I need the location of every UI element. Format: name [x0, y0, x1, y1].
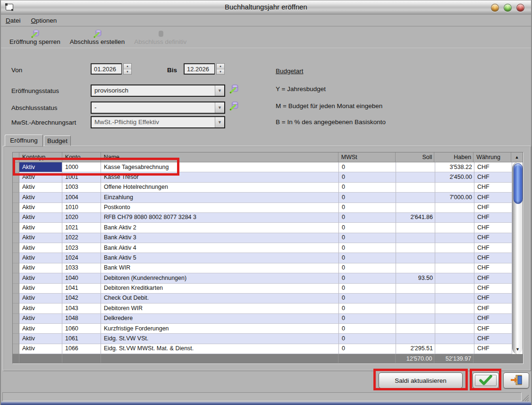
cell-waehrung[interactable]: CHF: [474, 284, 512, 294]
cell-konto[interactable]: 1060: [62, 324, 101, 334]
cell-name[interactable]: Bank WIR: [101, 263, 339, 273]
cell-haben[interactable]: 2'450.00: [435, 172, 474, 182]
cell-soll[interactable]: [396, 304, 435, 313]
cell-marker[interactable]: [13, 324, 19, 334]
cell-haben[interactable]: [435, 284, 474, 294]
table-row[interactable]: Aktiv1021Bank Aktiv 20CHF: [13, 223, 512, 233]
cell-waehrung[interactable]: CHF: [474, 183, 512, 193]
cell-waehrung[interactable]: CHF: [474, 273, 512, 283]
cell-name[interactable]: Debitoren (Kundenrechnungen): [101, 273, 339, 283]
cell-konto[interactable]: 1048: [62, 314, 101, 324]
table-row[interactable]: Aktiv1033Bank WIR0CHF: [13, 263, 512, 273]
cell-haben[interactable]: [435, 263, 474, 273]
cell-waehrung[interactable]: CHF: [474, 223, 512, 233]
cell-kontotyp[interactable]: Aktiv: [19, 294, 62, 304]
cell-marker[interactable]: [13, 213, 19, 223]
saldi-aktualisieren-button[interactable]: Saldi aktualisieren: [379, 372, 463, 388]
cell-kontotyp[interactable]: Aktiv: [19, 344, 62, 354]
cell-soll[interactable]: 2'295.51: [396, 344, 435, 354]
cell-soll[interactable]: [396, 243, 435, 253]
cell-waehrung[interactable]: CHF: [474, 172, 512, 182]
header-haben[interactable]: Haben: [434, 152, 473, 162]
cell-haben[interactable]: 3'538.22: [435, 162, 474, 172]
table-row[interactable]: Aktiv1022Bank Aktiv 30CHF: [13, 233, 512, 243]
cell-marker[interactable]: [13, 193, 19, 202]
cell-soll[interactable]: [396, 294, 435, 304]
cell-kontotyp[interactable]: Aktiv: [19, 253, 62, 263]
cell-haben[interactable]: [435, 304, 474, 313]
cell-soll[interactable]: [396, 183, 435, 193]
cell-waehrung[interactable]: CHF: [474, 263, 512, 273]
tab-eroeffnung[interactable]: Eröffnung: [5, 135, 43, 146]
table-row[interactable]: Aktiv1048Delkredere0CHF: [13, 314, 512, 324]
table-row[interactable]: Aktiv1042Check Out Debit.0CHF: [13, 294, 512, 304]
table-row[interactable]: Aktiv1061Eidg. St.VW VSt.0CHF: [13, 334, 512, 344]
cell-marker[interactable]: [13, 183, 19, 193]
cell-waehrung[interactable]: CHF: [474, 233, 512, 243]
cell-konto[interactable]: 1023: [62, 243, 101, 253]
cell-kontotyp[interactable]: Aktiv: [19, 243, 62, 253]
cell-mwst[interactable]: 0: [339, 273, 396, 283]
cell-waehrung[interactable]: CHF: [474, 203, 512, 213]
cell-konto[interactable]: 1000: [62, 162, 101, 172]
cell-marker[interactable]: [13, 253, 19, 263]
cell-kontotyp[interactable]: Aktiv: [19, 162, 62, 172]
cell-soll[interactable]: [396, 284, 435, 294]
cell-name[interactable]: Eidg. St.VW VSt.: [101, 334, 339, 344]
cell-name[interactable]: Einzahlung: [101, 193, 339, 202]
cell-soll[interactable]: [396, 193, 435, 202]
cell-konto[interactable]: 1061: [62, 334, 101, 344]
abschluss-erstellen-button[interactable]: Abschluss erstellen: [65, 28, 129, 46]
cell-haben[interactable]: [435, 243, 474, 253]
cell-mwst[interactable]: 0: [339, 172, 396, 182]
cell-mwst[interactable]: 0: [339, 334, 396, 344]
cell-waehrung[interactable]: CHF: [474, 304, 512, 313]
table-row[interactable]: Aktiv1020RFB CH79 8080 8002 8077 3284 30…: [13, 213, 512, 223]
cell-name[interactable]: Kurzfristige Forderungen: [101, 324, 339, 334]
von-value[interactable]: 01.2026: [91, 63, 122, 75]
cell-haben[interactable]: [435, 213, 474, 223]
cell-kontotyp[interactable]: Aktiv: [19, 172, 62, 182]
header-mwst[interactable]: MWSt: [338, 152, 396, 162]
cell-mwst[interactable]: 0: [339, 263, 396, 273]
cell-waehrung[interactable]: CHF: [474, 253, 512, 263]
menu-optionen[interactable]: Optionen: [31, 17, 57, 24]
header-kontotyp[interactable]: Kontotyp: [19, 152, 62, 162]
cell-soll[interactable]: [396, 253, 435, 263]
chevron-down-icon[interactable]: ▼: [215, 102, 224, 113]
cell-kontotyp[interactable]: Aktiv: [19, 284, 62, 294]
cell-waehrung[interactable]: CHF: [474, 344, 512, 354]
cell-kontotyp[interactable]: Aktiv: [19, 263, 62, 273]
cell-waehrung[interactable]: CHF: [474, 213, 512, 223]
cell-mwst[interactable]: 0: [339, 213, 396, 223]
cell-soll[interactable]: 93.50: [396, 273, 435, 283]
cell-soll[interactable]: [396, 263, 435, 273]
tab-budget[interactable]: Budget: [44, 135, 71, 146]
cell-konto[interactable]: 1001: [62, 172, 101, 182]
database-pencil-icon[interactable]: [228, 101, 239, 111]
cell-marker[interactable]: [13, 284, 19, 294]
cell-haben[interactable]: 7'000.00: [435, 193, 474, 202]
eroeffnung-sperren-button[interactable]: Eröffnung sperren: [5, 28, 65, 46]
header-soll[interactable]: Soll: [396, 152, 435, 162]
eroeffnungsstatus-select[interactable]: provisorisch ▼: [91, 84, 225, 97]
cell-kontotyp[interactable]: Aktiv: [19, 314, 62, 324]
cell-waehrung[interactable]: CHF: [474, 294, 512, 304]
cell-kontotyp[interactable]: Aktiv: [19, 233, 62, 243]
cell-haben[interactable]: [435, 273, 474, 283]
cell-name[interactable]: Debitoren Kreditkarten: [101, 284, 339, 294]
table-row[interactable]: Aktiv1066Eidg. St.VW MWSt. Mat. & Dienst…: [13, 344, 512, 354]
header-waehrung[interactable]: Währung: [473, 152, 511, 162]
cell-haben[interactable]: [435, 324, 474, 334]
cell-konto[interactable]: 1021: [62, 223, 101, 233]
cell-konto[interactable]: 1043: [62, 304, 101, 313]
cell-haben[interactable]: [435, 253, 474, 263]
exit-button[interactable]: [503, 372, 529, 388]
ok-button[interactable]: [473, 372, 499, 388]
cell-marker[interactable]: [13, 172, 19, 182]
cell-mwst[interactable]: 0: [339, 294, 396, 304]
cell-soll[interactable]: 2'641.86: [396, 213, 435, 223]
cell-marker[interactable]: [13, 263, 19, 273]
cell-mwst[interactable]: 0: [339, 193, 396, 202]
table-row[interactable]: Aktiv1010Postkonto0CHF: [13, 203, 512, 213]
